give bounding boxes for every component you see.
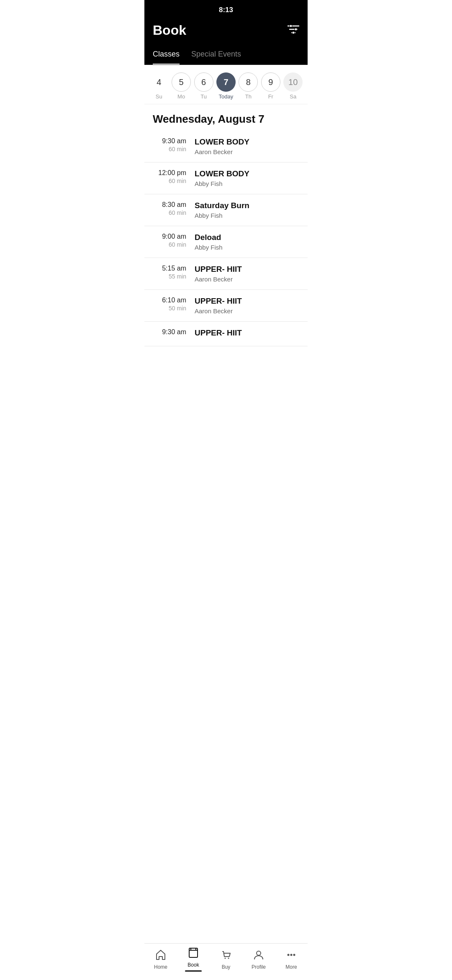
tab-special-events[interactable]: Special Events <box>191 45 241 64</box>
class-item[interactable]: 8:30 am 60 min Saturday Burn Abby Fish <box>144 194 308 226</box>
status-bar: 8:13 <box>144 0 308 18</box>
class-info: UPPER- HIIT Aaron Becker <box>195 297 299 315</box>
filter-icon[interactable] <box>288 25 299 36</box>
calendar-day-8[interactable]: 8Th <box>238 72 259 100</box>
class-info: LOWER BODY Aaron Becker <box>195 137 299 155</box>
class-info: Deload Abby Fish <box>195 233 299 251</box>
class-time: 12:00 pm 60 min <box>153 169 195 184</box>
class-item[interactable]: 9:00 am 60 min Deload Abby Fish <box>144 226 308 258</box>
content-area: Wednesday, August 7 9:30 am 60 min LOWER… <box>144 104 308 384</box>
calendar-strip: 4Su5Mo6Tu7Today8Th9Fr10Sa <box>144 65 308 104</box>
class-time: 6:10 am 50 min <box>153 297 195 312</box>
svg-point-3 <box>290 25 292 27</box>
class-item[interactable]: 9:30 am 60 min LOWER BODY Aaron Becker <box>144 131 308 162</box>
class-item[interactable]: 9:30 am UPPER- HIIT <box>144 322 308 346</box>
class-time: 9:30 am <box>153 328 195 337</box>
calendar-day-4[interactable]: 4Su <box>149 72 170 100</box>
calendar-day-6[interactable]: 6Tu <box>193 72 214 100</box>
page-title: Book <box>153 23 186 38</box>
svg-point-5 <box>292 31 295 34</box>
calendar-day-10[interactable]: 10Sa <box>282 72 303 100</box>
tab-classes[interactable]: Classes <box>153 45 180 64</box>
classes-list: 9:30 am 60 min LOWER BODY Aaron Becker 1… <box>144 131 308 346</box>
class-info: UPPER- HIIT <box>195 328 299 339</box>
header: Book <box>144 18 308 45</box>
class-item[interactable]: 6:10 am 50 min UPPER- HIIT Aaron Becker <box>144 290 308 322</box>
class-item[interactable]: 12:00 pm 60 min LOWER BODY Abby Fish <box>144 162 308 194</box>
class-time: 9:00 am 60 min <box>153 233 195 248</box>
calendar-day-5[interactable]: 5Mo <box>171 72 192 100</box>
class-time: 8:30 am 60 min <box>153 201 195 216</box>
date-heading: Wednesday, August 7 <box>144 104 308 131</box>
class-info: UPPER- HIIT Aaron Becker <box>195 265 299 283</box>
class-time: 9:30 am 60 min <box>153 137 195 152</box>
class-info: LOWER BODY Abby Fish <box>195 169 299 187</box>
tabs-bar: Classes Special Events <box>144 45 308 65</box>
calendar-day-9[interactable]: 9Fr <box>260 72 281 100</box>
calendar-day-7[interactable]: 7Today <box>216 72 236 100</box>
status-time: 8:13 <box>219 6 233 14</box>
class-item[interactable]: 5:15 am 55 min UPPER- HIIT Aaron Becker <box>144 258 308 290</box>
class-info: Saturday Burn Abby Fish <box>195 201 299 219</box>
class-time: 5:15 am 55 min <box>153 265 195 280</box>
svg-point-4 <box>295 28 297 31</box>
